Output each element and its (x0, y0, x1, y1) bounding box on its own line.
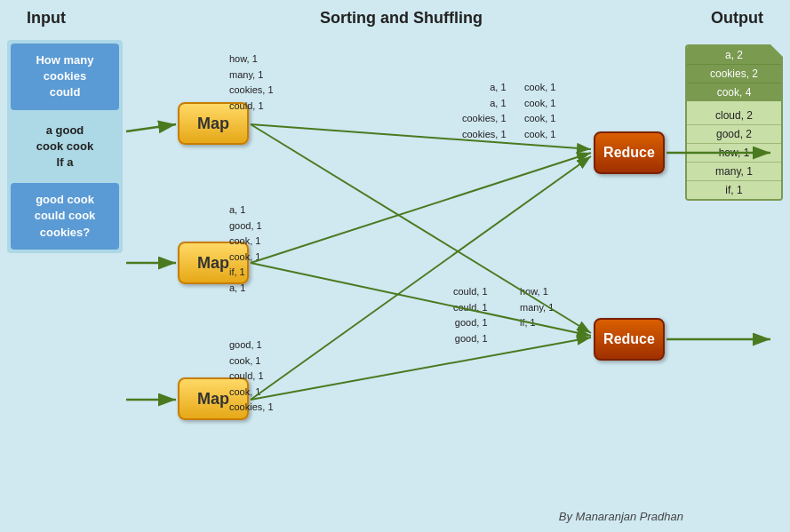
svg-line-9 (251, 337, 591, 400)
output-item-a2: a, 2 (687, 46, 781, 65)
output-item-if1: if, 1 (687, 181, 781, 199)
svg-line-6 (251, 153, 591, 263)
sorting-shuffling-label: Sorting and Shuffling (320, 9, 483, 28)
output-column: a, 2 cookies, 2 cook, 4 cloud, 2 good, 2… (685, 44, 783, 201)
input-label: Input (27, 9, 66, 28)
map2-output: a, 1good, 1cook, 1cook, 1if, 1a, 1 (229, 202, 262, 297)
reduce2-input-right: how, 1many, 1if, 1 (520, 284, 554, 331)
input-box-1: How manycookiescould (11, 44, 119, 110)
input-box-3: good cookcould cookcookies? (11, 183, 119, 250)
svg-line-1 (126, 124, 176, 131)
reduce-box-1: Reduce (594, 131, 665, 174)
output-item-cloud2: cloud, 2 (687, 107, 781, 125)
map3-output: good, 1cook, 1could, 1cook, 1cookies, 1 (229, 337, 274, 416)
reduce2-input-left: could, 1could, 1good, 1good, 1 (453, 284, 488, 346)
input-box-2: a goodcook cookIf a (11, 114, 119, 180)
svg-line-8 (251, 156, 591, 400)
input-column: How manycookiescould a goodcook cookIf a… (7, 40, 123, 253)
output-item-cook4: cook, 4 (687, 83, 781, 101)
output-bottom-section: cloud, 2 good, 2 how, 1 many, 1 if, 1 (687, 107, 781, 199)
output-item-good2: good, 2 (687, 125, 781, 144)
reduce1-input-left: a, 1a, 1cookies, 1cookies, 1 (462, 80, 507, 142)
output-top-section: a, 2 cookies, 2 cook, 4 (687, 46, 781, 101)
output-label: Output (711, 9, 763, 28)
map1-output: how, 1many, 1cookies, 1could, 1 (229, 52, 274, 114)
output-fold (770, 44, 783, 57)
output-item-cookies2: cookies, 2 (687, 65, 781, 83)
reduce-box-2: Reduce (594, 318, 665, 361)
reduce1-input-right: cook, 1cook, 1cook, 1cook, 1 (524, 80, 555, 142)
output-item-how1: how, 1 (687, 144, 781, 163)
credit-text: By Manaranjan Pradhan (559, 510, 683, 523)
output-item-many1: many, 1 (687, 163, 781, 181)
